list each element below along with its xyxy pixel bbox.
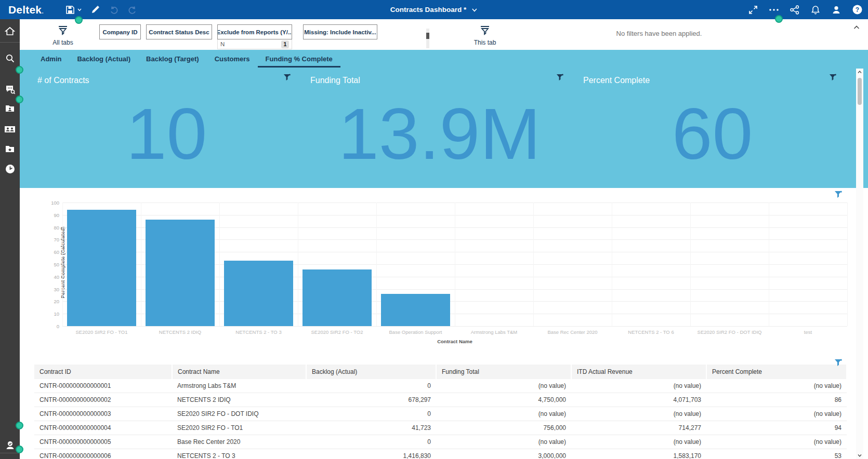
kpi-filter-funnel-icon[interactable]: [556, 74, 563, 83]
filter-chip-label: Exclude from Reports (Y/...: [217, 29, 292, 35]
top-bar: Deltek. Contracts Dashboard *: [0, 0, 868, 19]
dashboard-title-dropdown[interactable]: Contracts Dashboard *: [390, 6, 478, 14]
notifications-bell-button[interactable]: [809, 3, 822, 17]
home-icon[interactable]: [0, 22, 20, 40]
y-axis-tick-label: 30: [40, 287, 59, 292]
table-row[interactable]: CNTR-000000000000006NETCENTS 2 - TO 31,4…: [34, 449, 847, 459]
table-cell: (no value): [706, 435, 847, 449]
table-row[interactable]: CNTR-000000000000001Armstrong Labs T&M0(…: [34, 379, 847, 393]
x-axis-tick-label: Armstrong Labs T&M: [455, 329, 533, 335]
x-axis-tick-label: SE2020 SIR2 FO - DOT IDIQ: [690, 329, 769, 335]
column-header-itd-actual-revenue[interactable]: ITD Actual Revenue: [571, 365, 706, 379]
chart-filter-funnel-icon[interactable]: [834, 191, 842, 200]
tab-customers[interactable]: Customers: [207, 50, 258, 68]
x-axis-tick-label: Base Operation Support: [376, 329, 455, 335]
scroll-up-arrow[interactable]: [856, 69, 863, 76]
scroll-down-arrow[interactable]: [856, 452, 863, 459]
collapse-filterbar-button[interactable]: [851, 22, 862, 33]
column-header-funding-total[interactable]: Funding Total: [436, 365, 571, 379]
edit-pencil-button[interactable]: [88, 3, 102, 17]
filter-chip-1[interactable]: Company ID: [99, 24, 141, 39]
tab-funding-complete[interactable]: Funding % Complete: [258, 50, 340, 68]
kpi-band: # of Contracts10Funding Total13.9MPercen…: [20, 68, 868, 188]
x-axis-tick-label: NETCENTS 2 IDIQ: [141, 329, 219, 335]
tab-backlog-target-[interactable]: Backlog (Target): [138, 50, 207, 68]
y-axis-tick-label: 50: [40, 262, 59, 267]
filter-chip-count-badge: 1: [281, 40, 289, 48]
table-cell: (no value): [706, 379, 847, 393]
funnel-outline-icon: [479, 25, 491, 36]
chart-bar[interactable]: [303, 269, 372, 326]
table-cell: NETCENTS 2 - TO 3: [172, 449, 306, 459]
chart-gridline: [533, 203, 534, 326]
overflow-menu-button[interactable]: [767, 3, 781, 17]
table-row[interactable]: CNTR-000000000000003SE2020 SIR2 FO - DOT…: [34, 407, 847, 421]
table-cell: CNTR-000000000000005: [34, 435, 172, 449]
help-button[interactable]: ?: [850, 3, 864, 17]
table-cell: 3,000,000: [436, 449, 571, 459]
table-row[interactable]: CNTR-000000000000005Base Rec Center 2020…: [34, 435, 847, 449]
deltek-logo: Deltek.: [8, 4, 44, 16]
table-header-row: Contract IDContract NameBacklog (Actual)…: [34, 365, 847, 379]
table-cell: (no value): [436, 407, 571, 421]
chart-bar[interactable]: [224, 261, 293, 326]
favorites-folder-icon[interactable]: [0, 140, 20, 158]
filter-chip-4[interactable]: Missing: Include Inactiv...: [303, 24, 377, 39]
chart-bar[interactable]: [67, 210, 136, 326]
table-cell: 4,071,703: [571, 393, 706, 407]
no-filters-message: No filters have been applied.: [571, 30, 747, 37]
save-button[interactable]: [63, 3, 83, 17]
table-cell: CNTR-000000000000003: [34, 407, 172, 421]
chart-bar[interactable]: [381, 294, 450, 326]
kpi-title: Percent Complete: [583, 76, 650, 85]
svg-text:?: ?: [855, 6, 859, 14]
column-header-contract-name[interactable]: Contract Name: [172, 365, 306, 379]
bar-chart-plot: [62, 203, 847, 326]
recording-indicator-dot: [775, 15, 783, 23]
table-cell: (no value): [571, 379, 706, 393]
table-cell: 0: [306, 435, 436, 449]
table-cell: (no value): [436, 435, 571, 449]
search-icon[interactable]: [0, 49, 20, 67]
column-header-percent-complete[interactable]: Percent Complete: [706, 365, 847, 379]
chart-bar[interactable]: [146, 220, 215, 326]
chart-gridline: [847, 203, 848, 326]
filter-bar: All tabs Company IDContract Status DescE…: [20, 19, 868, 50]
table-cell: 1,416,830: [306, 449, 436, 459]
table-row[interactable]: CNTR-000000000000002NETCENTS 2 IDIQ678,2…: [34, 393, 847, 407]
expand-fullscreen-button[interactable]: [746, 3, 760, 17]
this-tab-filter-button[interactable]: This tab: [467, 25, 503, 46]
time-clock-icon[interactable]: [0, 160, 20, 178]
share-button[interactable]: [788, 3, 801, 17]
table-row[interactable]: CNTR-000000000000004SE2020 SIR2 FO - TO1…: [34, 421, 847, 435]
recording-indicator-dot: [16, 96, 23, 103]
table-card: Contract IDContract NameBacklog (Actual)…: [30, 356, 852, 459]
y-axis-tick-label: 20: [40, 299, 59, 304]
column-header-contract-id[interactable]: Contract ID: [34, 365, 172, 379]
chart-gridline: [298, 203, 298, 326]
filter-chip-2[interactable]: Contract Status Desc: [146, 24, 212, 39]
table-cell: 86: [706, 393, 847, 407]
undo-button[interactable]: [107, 3, 121, 17]
x-axis-tick-label: test: [769, 329, 847, 335]
logo-dot: .: [42, 7, 44, 15]
tab-backlog-actual-[interactable]: Backlog (Actual): [69, 50, 138, 68]
column-header-backlog-actual-[interactable]: Backlog (Actual): [306, 365, 436, 379]
vertical-scrollbar[interactable]: [856, 69, 863, 459]
redo-button[interactable]: [126, 3, 139, 17]
kpi-filter-funnel-icon[interactable]: [829, 74, 836, 83]
tab-admin[interactable]: Admin: [33, 50, 69, 68]
all-tabs-filter-button[interactable]: All tabs: [45, 25, 81, 46]
table-filter-funnel-icon[interactable]: [834, 359, 842, 369]
scrollbar-thumb[interactable]: [858, 78, 862, 105]
contacts-people-icon[interactable]: [0, 120, 20, 138]
table-cell: 0: [306, 407, 436, 421]
table-cell: 94: [706, 421, 847, 435]
kpi-filter-funnel-icon[interactable]: [283, 74, 291, 83]
assistant-chat-icon[interactable]: [0, 80, 20, 98]
filter-chip-3[interactable]: Exclude from Reports (Y/...: [217, 24, 292, 39]
filter-chip-value-row[interactable]: N1: [217, 39, 292, 49]
filter-section-divider: [426, 29, 429, 48]
table-cell: (no value): [436, 379, 571, 393]
account-avatar-button[interactable]: [830, 3, 843, 17]
